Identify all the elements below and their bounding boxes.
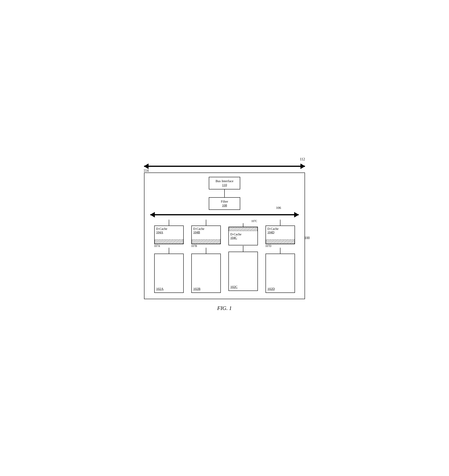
dcache-section: D-Cache 104A 107A [150,220,299,293]
mem-box-a: 102A [154,254,184,293]
v-line-a-bottom [169,248,169,254]
dcache-box-a: D-Cache 104A [154,226,184,244]
dcache-box-c: D-Cache 104C [228,227,258,245]
hatch-area-d [266,239,295,244]
dcache-box-d: D-Cache 104D [265,226,295,244]
hatch-svg-d [266,239,295,244]
page-container: 112 114 100 Bus Interface 110 Filter 108… [136,153,313,323]
hatch-area-b [192,239,220,244]
internal-arrow-left-icon [150,212,155,217]
mem-box-c: 102C [228,252,258,291]
v-line-a-top [169,220,169,226]
dcache-column-b: D-Cache 104B 107B [190,220,222,293]
dcache-d-title: D-Cache [268,227,293,231]
filter-label: 108 [212,204,237,208]
dcache-b-title: D-Cache [193,227,219,231]
ref-107d-label: 107D [265,244,271,248]
dcache-column-d: D-Cache 104D 107D [264,220,296,293]
svg-rect-7 [266,239,295,244]
internal-bus-line [150,214,299,215]
mem-d-label: 102D [268,287,275,291]
mem-a-label: 102A [156,287,164,291]
v-line-c-top [243,223,243,227]
ref-106-label: 106 [276,206,281,210]
v-line-b-top [206,220,206,226]
arrow-right-icon [300,164,305,169]
dcache-column-c: 107C D-Cache [227,220,259,291]
dcache-c-title: D-Cache [230,232,256,236]
mem-box-b: 102B [191,254,221,293]
hatch-svg-a [155,239,183,244]
ref-107c-label: 107C [251,220,257,223]
mem-box-d: 102D [265,254,295,293]
dcache-column-a: D-Cache 104A 107A [153,220,185,293]
dcache-a-label: 104A [156,231,182,234]
svg-rect-3 [192,239,220,244]
ref-114-label: 114 [143,169,149,173]
bus-interface-label: 110 [212,183,237,187]
internal-arrow-right-icon [294,212,299,217]
ref-107a-label: 107A [154,244,160,248]
hatch-area-c-top [229,227,258,231]
connector-1 [224,189,225,197]
v-line-d-bottom [280,248,281,254]
arrow-left-icon [144,164,149,169]
internal-bus-row: 106 [150,210,299,220]
dcache-b-label: 104B [193,231,219,234]
hatch-svg-c-top [229,227,258,231]
v-line-b-bottom [206,248,206,254]
ref-100-label: 100 [304,236,310,240]
hatch-area-a [155,239,183,244]
mem-b-label: 102B [193,287,201,291]
ref-107b-label: 107B [191,244,197,248]
figure-label: FIG. 1 [217,305,232,311]
ref-112-label: 112 [300,157,305,161]
hatch-svg-b [192,239,220,244]
top-bus-row: 112 [144,161,305,170]
svg-rect-5 [229,227,258,231]
svg-rect-1 [155,239,183,244]
v-line-c-bottom [243,246,243,252]
outer-box: 114 100 Bus Interface 110 Filter 108 106 [144,173,305,299]
filter-box: Filter 108 [209,197,240,210]
dcache-box-b: D-Cache 104B [191,226,221,244]
filter-title: Filter [212,200,237,204]
mem-c-label: 102C [230,285,238,289]
dcache-d-label: 104D [268,231,293,234]
dcache-a-title: D-Cache [156,227,182,231]
bus-interface-box: Bus Interface 110 [209,177,240,189]
v-line-d-top [280,220,281,226]
dcache-c-label: 104C [230,236,256,240]
bus-interface-title: Bus Interface [212,179,237,183]
